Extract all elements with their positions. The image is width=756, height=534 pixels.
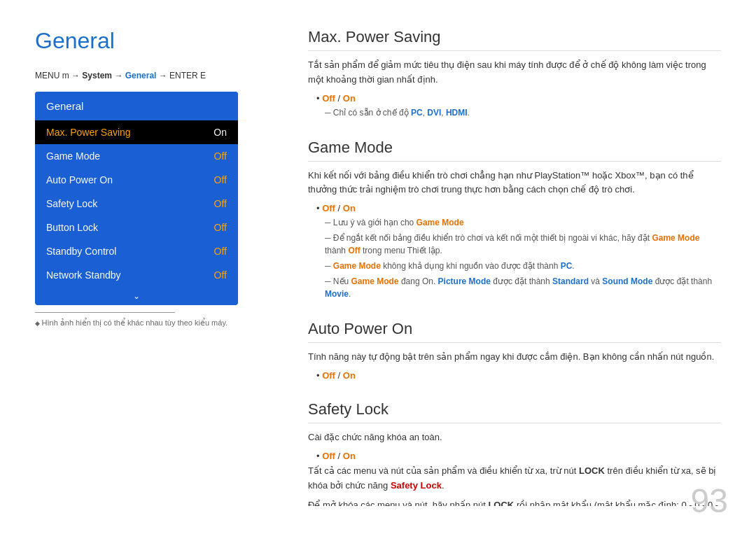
- note-game-mode-3: Game Mode không khả dụng khi nguồn vào đ…: [319, 260, 721, 272]
- sidebar-item-value: Off: [214, 246, 227, 257]
- sidebar-item-value: Off: [214, 222, 227, 233]
- sidebar-item-value: Off: [214, 150, 227, 162]
- sidebar-menu: General Max. Power Saving On Game Mode O…: [35, 92, 238, 305]
- section-title-game-mode: Game Mode: [308, 139, 721, 162]
- section-max-power-saving: Max. Power Saving Tắt sản phẩm để giảm m…: [308, 28, 721, 119]
- sidebar-item-safety-lock[interactable]: Safety Lock Off: [35, 192, 238, 216]
- bullet-off-on-4: Off / On: [316, 451, 721, 461]
- sidebar-item-network-standby[interactable]: Network Standby Off: [35, 263, 238, 287]
- divider: [35, 312, 175, 313]
- menu-path: MENU m → System → General → ENTER E: [35, 71, 266, 80]
- page-title: General: [35, 28, 266, 54]
- sidebar-item-label: Safety Lock: [46, 198, 97, 209]
- menu-path-arrow2: → ENTER E: [156, 71, 206, 80]
- sidebar-item-game-mode[interactable]: Game Mode Off: [35, 144, 238, 168]
- section-safety-lock: Safety Lock Cài đặc chức năng khóa an to…: [308, 400, 721, 506]
- bullet-off-on-1: Off / On: [316, 93, 721, 104]
- sidebar-item-auto-power-on[interactable]: Auto Power On Off: [35, 168, 238, 192]
- menu-path-general: General: [125, 71, 157, 80]
- section-desc-max-power-saving: Tắt sản phẩm để giảm mức tiêu thụ điện s…: [308, 58, 721, 87]
- page-number: 93: [691, 482, 728, 520]
- section-desc-safety-lock-1: Cài đặc chức năng khóa an toàn.: [308, 430, 721, 445]
- sidebar-item-max-power-saving[interactable]: Max. Power Saving On: [35, 120, 238, 144]
- sidebar-item-label: Standby Control: [46, 246, 116, 257]
- left-panel: General MENU m → System → General → ENTE…: [35, 28, 287, 506]
- sidebar-item-standby-control[interactable]: Standby Control Off: [35, 239, 238, 263]
- sidebar-item-value: Off: [214, 174, 227, 185]
- section-title-max-power-saving: Max. Power Saving: [308, 28, 721, 51]
- section-game-mode: Game Mode Khi kết nối với bảng điều khiể…: [308, 139, 721, 301]
- bullet-off-on-3: Off / On: [316, 370, 721, 381]
- menu-path-prefix: MENU m →: [35, 71, 82, 80]
- menu-path-system: System: [82, 71, 112, 80]
- note-game-mode-1: Lưu ý và giới hạn cho Game Mode: [319, 216, 721, 229]
- sidebar-item-label: Button Lock: [46, 222, 98, 233]
- sidebar-item-label: Max. Power Saving: [46, 127, 131, 138]
- section-desc-safety-lock-2: Tất cả các menu và nút của sản phẩm và đ…: [308, 464, 721, 493]
- sidebar-item-label: Game Mode: [46, 150, 100, 162]
- sidebar-item-value: On: [214, 127, 227, 138]
- section-desc-auto-power-on: Tính năng này tự động bật trên sản phẩm …: [308, 350, 721, 365]
- section-title-safety-lock: Safety Lock: [308, 400, 721, 423]
- sidebar-item-value: Off: [214, 198, 227, 209]
- sidebar-item-value: Off: [214, 269, 227, 281]
- note-pc-dvi-hdmi: Chỉ có sẵn ở chế độ PC, DVI, HDMI.: [319, 106, 721, 119]
- section-auto-power-on: Auto Power On Tính năng này tự động bật …: [308, 320, 721, 381]
- note-game-mode-2: Để ngắt kết nối bảng điều khiển trò chơi…: [319, 232, 721, 257]
- footnote: Hình ảnh hiển thị có thể khác nhau tùy t…: [35, 318, 266, 328]
- section-title-auto-power-on: Auto Power On: [308, 320, 721, 343]
- sidebar-item-label: Network Standby: [46, 269, 121, 281]
- section-desc-game-mode: Khi kết nối với bảng điều khiển trò chơi…: [308, 169, 721, 198]
- right-panel: Max. Power Saving Tắt sản phẩm để giảm m…: [287, 28, 721, 506]
- sidebar-item-label: Auto Power On: [46, 174, 113, 185]
- section-desc-safety-lock-3: Để mở khóa các menu và nút, hãy nhấn nút…: [308, 498, 721, 506]
- sidebar-header: General: [35, 92, 238, 120]
- bullet-off-on-2: Off / On: [316, 203, 721, 213]
- note-game-mode-4: Nếu Game Mode đang On. Picture Mode được…: [319, 275, 721, 300]
- menu-path-arrow1: →: [112, 71, 125, 80]
- sidebar-item-button-lock[interactable]: Button Lock Off: [35, 216, 238, 239]
- chevron-down-icon[interactable]: ⌄: [35, 287, 238, 305]
